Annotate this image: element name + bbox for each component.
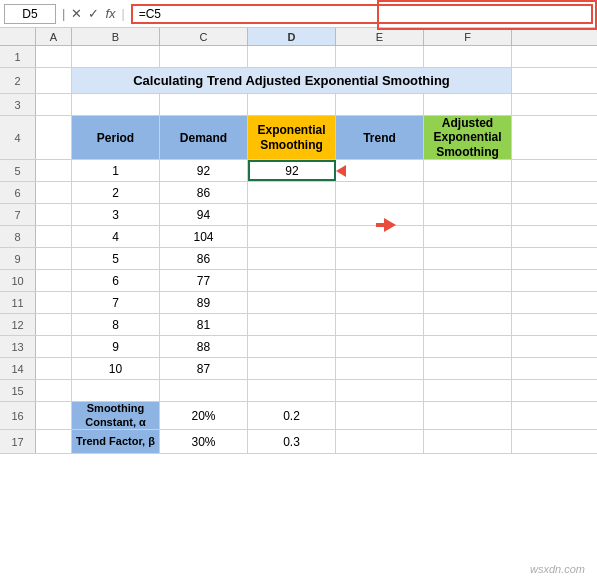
- cell-b5[interactable]: 1: [72, 160, 160, 181]
- cell-c11[interactable]: 89: [160, 292, 248, 313]
- cell-d13[interactable]: [248, 336, 336, 357]
- cell-d7[interactable]: [248, 204, 336, 225]
- trend-pct[interactable]: 30%: [160, 430, 248, 453]
- cell-f9[interactable]: [424, 248, 512, 269]
- cell-f7[interactable]: [424, 204, 512, 225]
- cell-b9[interactable]: 5: [72, 248, 160, 269]
- cell-d6[interactable]: [248, 182, 336, 203]
- cell-f16[interactable]: [424, 402, 512, 429]
- cell-a5[interactable]: [36, 160, 72, 181]
- cell-d9[interactable]: [248, 248, 336, 269]
- smoothing-pct[interactable]: 20%: [160, 402, 248, 429]
- col-header-a[interactable]: A: [36, 28, 72, 45]
- cell-b14[interactable]: 10: [72, 358, 160, 379]
- cell-f17[interactable]: [424, 430, 512, 453]
- cell-c13[interactable]: 88: [160, 336, 248, 357]
- smoothing-val[interactable]: 0.2: [248, 402, 336, 429]
- cell-a2[interactable]: [36, 68, 72, 93]
- cell-a13[interactable]: [36, 336, 72, 357]
- cell-a14[interactable]: [36, 358, 72, 379]
- cell-f15[interactable]: [424, 380, 512, 401]
- cell-c3[interactable]: [160, 94, 248, 115]
- trend-val[interactable]: 0.3: [248, 430, 336, 453]
- cell-e9[interactable]: [336, 248, 424, 269]
- cell-a10[interactable]: [36, 270, 72, 291]
- cell-c6[interactable]: 86: [160, 182, 248, 203]
- cell-d12[interactable]: [248, 314, 336, 335]
- cell-b13[interactable]: 9: [72, 336, 160, 357]
- cell-a17[interactable]: [36, 430, 72, 453]
- cell-f13[interactable]: [424, 336, 512, 357]
- cell-a6[interactable]: [36, 182, 72, 203]
- cell-e5[interactable]: [336, 160, 424, 181]
- cell-e3[interactable]: [336, 94, 424, 115]
- cell-d10[interactable]: [248, 270, 336, 291]
- cell-c7[interactable]: 94: [160, 204, 248, 225]
- cell-f3[interactable]: [424, 94, 512, 115]
- cell-a15[interactable]: [36, 380, 72, 401]
- cell-b3[interactable]: [72, 94, 160, 115]
- cell-e15[interactable]: [336, 380, 424, 401]
- cell-reference-box[interactable]: D5: [4, 4, 56, 24]
- cell-e12[interactable]: [336, 314, 424, 335]
- col-header-e[interactable]: E: [336, 28, 424, 45]
- cell-c1[interactable]: [160, 46, 248, 67]
- cell-b10[interactable]: 6: [72, 270, 160, 291]
- cell-d15[interactable]: [248, 380, 336, 401]
- cell-c12[interactable]: 81: [160, 314, 248, 335]
- cell-c14[interactable]: 87: [160, 358, 248, 379]
- cell-a11[interactable]: [36, 292, 72, 313]
- cell-e14[interactable]: [336, 358, 424, 379]
- cell-c5[interactable]: 92: [160, 160, 248, 181]
- cell-a16[interactable]: [36, 402, 72, 429]
- cell-e1[interactable]: [336, 46, 424, 67]
- cell-f14[interactable]: [424, 358, 512, 379]
- cell-a7[interactable]: [36, 204, 72, 225]
- cell-b8[interactable]: 4: [72, 226, 160, 247]
- cell-e17[interactable]: [336, 430, 424, 453]
- cell-b15[interactable]: [72, 380, 160, 401]
- cell-c8[interactable]: 104: [160, 226, 248, 247]
- cell-f5[interactable]: [424, 160, 512, 181]
- cell-c15[interactable]: [160, 380, 248, 401]
- cell-e13[interactable]: [336, 336, 424, 357]
- cell-a9[interactable]: [36, 248, 72, 269]
- cell-d3[interactable]: [248, 94, 336, 115]
- cell-b7[interactable]: 3: [72, 204, 160, 225]
- fx-icon[interactable]: fx: [105, 6, 115, 21]
- col-header-d[interactable]: D: [248, 28, 336, 45]
- cell-a1[interactable]: [36, 46, 72, 67]
- cell-b1[interactable]: [72, 46, 160, 67]
- cell-f12[interactable]: [424, 314, 512, 335]
- cell-e11[interactable]: [336, 292, 424, 313]
- cell-a3[interactable]: [36, 94, 72, 115]
- cell-b12[interactable]: 8: [72, 314, 160, 335]
- cell-c9[interactable]: 86: [160, 248, 248, 269]
- cell-f11[interactable]: [424, 292, 512, 313]
- cell-e10[interactable]: [336, 270, 424, 291]
- cell-f1[interactable]: [424, 46, 512, 67]
- cell-d5[interactable]: 92: [248, 160, 336, 181]
- cancel-icon[interactable]: ✕: [71, 6, 82, 21]
- cell-a8[interactable]: [36, 226, 72, 247]
- cell-d1[interactable]: [248, 46, 336, 67]
- cell-f6[interactable]: [424, 182, 512, 203]
- cell-f8[interactable]: [424, 226, 512, 247]
- cell-b6[interactable]: 2: [72, 182, 160, 203]
- cell-f10[interactable]: [424, 270, 512, 291]
- col-header-f[interactable]: F: [424, 28, 512, 45]
- cell-a4[interactable]: [36, 116, 72, 159]
- cell-d8[interactable]: [248, 226, 336, 247]
- cell-d11[interactable]: [248, 292, 336, 313]
- cell-e6[interactable]: [336, 182, 424, 203]
- cell-b11[interactable]: 7: [72, 292, 160, 313]
- cell-c10[interactable]: 77: [160, 270, 248, 291]
- cell-e16[interactable]: [336, 402, 424, 429]
- cell-d14[interactable]: [248, 358, 336, 379]
- col-header-c[interactable]: C: [160, 28, 248, 45]
- confirm-icon[interactable]: ✓: [88, 6, 99, 21]
- col-header-b[interactable]: B: [72, 28, 160, 45]
- cell-a12[interactable]: [36, 314, 72, 335]
- cell-e8[interactable]: [336, 226, 424, 247]
- formula-input[interactable]: =C5: [131, 4, 593, 24]
